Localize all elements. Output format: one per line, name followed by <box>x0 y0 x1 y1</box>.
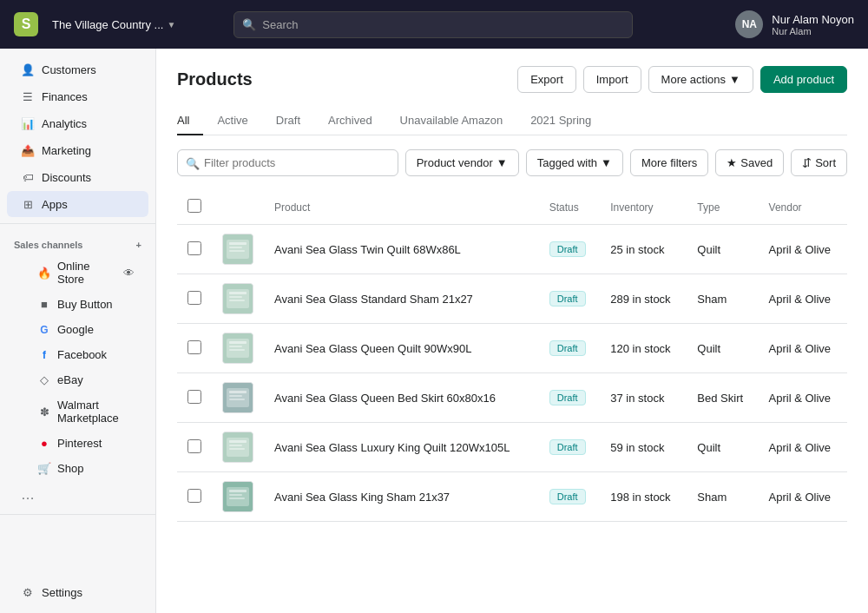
vendor-6: April & Olive <box>759 472 847 522</box>
product-name-2[interactable]: Avani Sea Glass Standard Sham 21x27 <box>274 293 473 306</box>
table-row: Avani Sea Glass King Sham 21x37 Draft 19… <box>177 472 847 522</box>
inventory-3: 120 in stock <box>600 324 687 373</box>
avatar: NA <box>735 10 763 38</box>
more-filters-button[interactable]: More filters <box>630 149 708 176</box>
search-input[interactable] <box>233 11 633 38</box>
gear-icon: ⚙ <box>21 585 35 599</box>
tab-all[interactable]: All <box>177 107 203 135</box>
main-content: Products Export Import More actions ▼ Ad… <box>156 49 868 613</box>
row-checkbox-5[interactable] <box>187 439 201 453</box>
sidebar-item-discounts[interactable]: 🏷 Discounts <box>7 164 148 190</box>
walmart-icon: ✽ <box>38 405 50 418</box>
sidebar-divider-2 <box>0 514 155 515</box>
export-button[interactable]: Export <box>517 66 576 93</box>
svg-rect-12 <box>229 341 247 344</box>
tag-icon: 🏷 <box>21 170 35 184</box>
add-product-button[interactable]: Add product <box>760 66 847 93</box>
row-checkbox-4[interactable] <box>187 390 201 404</box>
svg-rect-8 <box>229 296 242 298</box>
product-thumbnail-6 <box>222 481 253 512</box>
col-status: Status <box>539 190 601 225</box>
row-checkbox-1[interactable] <box>187 241 201 255</box>
row-checkbox-2[interactable] <box>187 291 201 305</box>
star-icon: ★ <box>727 156 737 169</box>
table-row: Avani Sea Glass Standard Sham 21x27 Draf… <box>177 274 847 324</box>
chart-icon: 📊 <box>21 116 35 130</box>
svg-rect-2 <box>229 242 247 245</box>
pinterest-icon: ● <box>38 438 50 450</box>
row-checkbox-3[interactable] <box>187 340 201 354</box>
tab-draft[interactable]: Draft <box>262 107 314 135</box>
search-bar: 🔍 <box>233 11 633 38</box>
more-actions-button[interactable]: More actions ▼ <box>648 66 753 93</box>
sales-channels-header: Sales channels + <box>0 229 155 254</box>
tab-unavailable-amazon[interactable]: Unavailable Amazon <box>386 107 517 135</box>
product-name-1[interactable]: Avani Sea Glass Twin Quilt 68Wx86L <box>274 243 461 256</box>
product-name-3[interactable]: Avani Sea Glass Queen Quilt 90Wx90L <box>274 342 471 355</box>
sort-button[interactable]: ⇵ Sort <box>791 149 847 176</box>
type-3: Quilt <box>687 324 758 373</box>
status-badge-1: Draft <box>549 241 586 257</box>
sidebar-item-settings[interactable]: ⚙ Settings <box>7 579 148 605</box>
table-row: Avani Sea Glass Queen Bed Skirt 60x80x16… <box>177 373 847 423</box>
product-name-4[interactable]: Avani Sea Glass Queen Bed Skirt 60x80x16 <box>274 392 496 405</box>
user-username: Nur Alam <box>772 26 854 36</box>
filter-products-input[interactable] <box>177 149 398 176</box>
import-button[interactable]: Import <box>583 66 641 93</box>
sidebar-item-google[interactable]: G Google <box>7 318 148 341</box>
sidebar: 👤 Customers ☰ Finances 📊 Analytics 📤 Mar… <box>0 49 156 613</box>
sidebar-item-shop[interactable]: 🛒 Shop <box>7 457 148 480</box>
sidebar-item-online-store[interactable]: 🔥 Online Store 👁 <box>7 254 148 291</box>
sidebar-divider <box>0 223 155 224</box>
store-icon: 🔥 <box>38 267 50 279</box>
add-sales-channel-button[interactable]: + <box>136 240 141 250</box>
store-name-button[interactable]: The Village Country ... ▼ <box>52 18 175 31</box>
sidebar-item-buy-button[interactable]: ■ Buy Button <box>7 293 148 316</box>
megaphone-icon: 📤 <box>21 143 35 157</box>
product-name-5[interactable]: Avani Sea Glass Luxury King Quilt 120Wx1… <box>274 441 510 454</box>
eye-icon[interactable]: 👁 <box>123 267 135 280</box>
more-channels-button[interactable]: … <box>7 482 148 508</box>
product-vendor-filter[interactable]: Product vendor ▼ <box>405 149 519 176</box>
select-all-checkbox[interactable] <box>187 199 201 213</box>
sidebar-item-marketing[interactable]: 📤 Marketing <box>7 137 148 163</box>
ebay-icon: ◇ <box>38 374 50 386</box>
saved-button[interactable]: ★ Saved <box>715 149 784 176</box>
sidebar-item-walmart[interactable]: ✽ Walmart Marketplace <box>7 393 148 430</box>
tab-active[interactable]: Active <box>203 107 261 135</box>
status-badge-2: Draft <box>549 291 586 306</box>
col-vendor: Vendor <box>759 190 847 225</box>
sidebar-item-customers[interactable]: 👤 Customers <box>7 56 148 82</box>
page-actions: Export Import More actions ▼ Add product <box>517 66 847 93</box>
svg-rect-29 <box>229 498 245 499</box>
table-row: Avani Sea Glass Twin Quilt 68Wx86L Draft… <box>177 225 847 274</box>
svg-rect-4 <box>229 250 245 252</box>
sidebar-item-apps[interactable]: ⊞ Apps <box>7 191 148 217</box>
tagged-with-filter[interactable]: Tagged with ▼ <box>526 149 623 176</box>
vendor-4: April & Olive <box>759 373 847 423</box>
sidebar-item-facebook[interactable]: f Facebook <box>7 343 148 366</box>
sidebar-item-ebay[interactable]: ◇ eBay <box>7 368 148 392</box>
page-header: Products Export Import More actions ▼ Ad… <box>177 66 847 93</box>
sidebar-item-analytics[interactable]: 📊 Analytics <box>7 110 148 136</box>
col-inventory: Inventory <box>600 190 687 225</box>
filter-search: 🔍 <box>177 149 398 176</box>
vendor-2: April & Olive <box>759 274 847 324</box>
tab-2021-spring[interactable]: 2021 Spring <box>516 107 605 135</box>
inventory-4: 37 in stock <box>600 373 687 423</box>
table-row: Avani Sea Glass Luxury King Quilt 120Wx1… <box>177 423 847 472</box>
sidebar-item-pinterest[interactable]: ● Pinterest <box>7 432 148 455</box>
svg-rect-22 <box>229 440 247 443</box>
sidebar-item-finances[interactable]: ☰ Finances <box>7 83 148 109</box>
user-name-block: Nur Alam Noyon Nur Alam <box>772 13 854 36</box>
chevron-down-icon: ▼ <box>601 156 612 169</box>
col-product: Product <box>264 190 539 225</box>
type-5: Quilt <box>687 423 758 472</box>
row-checkbox-6[interactable] <box>187 489 201 503</box>
product-thumbnail-3 <box>222 333 253 364</box>
tab-archived[interactable]: Archived <box>314 107 386 135</box>
product-name-6[interactable]: Avani Sea Glass King Sham 21x37 <box>274 491 450 504</box>
page-title: Products <box>177 69 253 89</box>
inventory-1: 25 in stock <box>600 225 687 274</box>
product-thumbnail-4 <box>222 382 253 413</box>
